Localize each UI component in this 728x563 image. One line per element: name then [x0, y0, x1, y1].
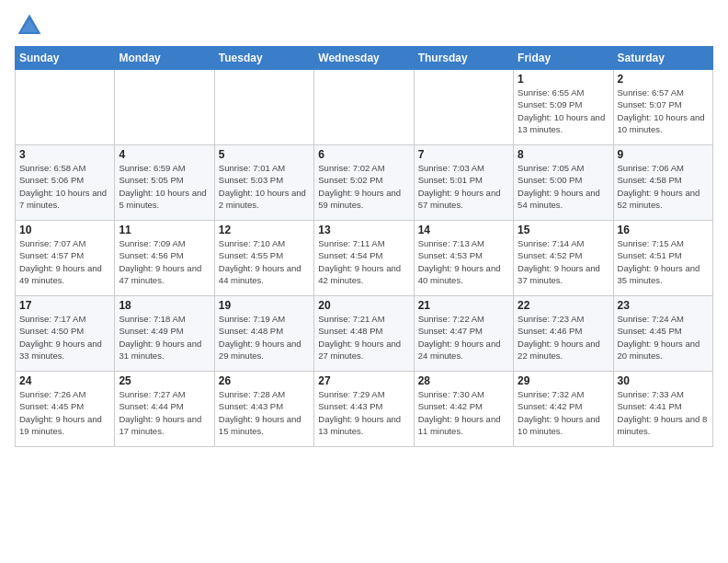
day-cell: 30Sunrise: 7:33 AM Sunset: 4:41 PM Dayli… [613, 372, 712, 447]
day-number: 9 [618, 148, 709, 161]
day-cell: 18Sunrise: 7:18 AM Sunset: 4:49 PM Dayli… [115, 296, 214, 372]
day-info: Sunrise: 7:23 AM Sunset: 4:46 PM Dayligh… [518, 313, 609, 362]
day-info: Sunrise: 7:18 AM Sunset: 4:49 PM Dayligh… [119, 313, 210, 362]
weekday-header-thursday: Thursday [414, 47, 513, 70]
day-number: 27 [318, 374, 409, 387]
day-number: 17 [19, 299, 110, 312]
day-number: 8 [518, 148, 609, 161]
day-info: Sunrise: 7:17 AM Sunset: 4:50 PM Dayligh… [19, 313, 110, 362]
day-number: 12 [219, 224, 310, 236]
day-cell: 20Sunrise: 7:21 AM Sunset: 4:48 PM Dayli… [314, 296, 414, 372]
day-info: Sunrise: 7:07 AM Sunset: 4:57 PM Dayligh… [19, 237, 110, 286]
day-number: 11 [119, 224, 210, 236]
day-cell [214, 70, 313, 145]
day-info: Sunrise: 7:21 AM Sunset: 4:48 PM Dayligh… [318, 313, 409, 362]
day-info: Sunrise: 6:58 AM Sunset: 5:06 PM Dayligh… [19, 162, 110, 211]
day-cell [414, 70, 513, 145]
day-cell: 22Sunrise: 7:23 AM Sunset: 4:46 PM Dayli… [514, 296, 613, 372]
week-row-4: 17Sunrise: 7:17 AM Sunset: 4:50 PM Dayli… [16, 296, 713, 372]
day-number: 23 [618, 299, 709, 312]
day-number: 19 [219, 299, 310, 312]
weekday-header-saturday: Saturday [613, 47, 712, 70]
day-cell: 25Sunrise: 7:27 AM Sunset: 4:44 PM Dayli… [115, 372, 214, 447]
day-cell: 28Sunrise: 7:30 AM Sunset: 4:42 PM Dayli… [414, 372, 513, 447]
day-cell: 13Sunrise: 7:11 AM Sunset: 4:54 PM Dayli… [314, 221, 414, 296]
day-number: 16 [618, 224, 709, 236]
day-info: Sunrise: 7:06 AM Sunset: 4:58 PM Dayligh… [618, 162, 709, 211]
day-number: 2 [618, 73, 709, 86]
calendar-header: SundayMondayTuesdayWednesdayThursdayFrid… [16, 47, 713, 70]
day-info: Sunrise: 6:59 AM Sunset: 5:05 PM Dayligh… [119, 162, 210, 211]
day-info: Sunrise: 7:26 AM Sunset: 4:45 PM Dayligh… [19, 388, 110, 437]
day-number: 18 [119, 299, 210, 312]
day-info: Sunrise: 7:15 AM Sunset: 4:51 PM Dayligh… [618, 237, 709, 286]
day-info: Sunrise: 7:19 AM Sunset: 4:48 PM Dayligh… [219, 313, 310, 362]
day-info: Sunrise: 7:14 AM Sunset: 4:52 PM Dayligh… [518, 237, 609, 286]
day-number: 6 [318, 148, 409, 161]
day-cell: 27Sunrise: 7:29 AM Sunset: 4:43 PM Dayli… [314, 372, 414, 447]
day-info: Sunrise: 7:02 AM Sunset: 5:02 PM Dayligh… [318, 162, 409, 211]
day-number: 22 [518, 299, 609, 312]
day-cell: 16Sunrise: 7:15 AM Sunset: 4:51 PM Dayli… [613, 221, 712, 296]
week-row-1: 1Sunrise: 6:55 AM Sunset: 5:09 PM Daylig… [16, 70, 713, 145]
day-number: 3 [19, 148, 110, 161]
day-info: Sunrise: 7:30 AM Sunset: 4:42 PM Dayligh… [418, 388, 509, 437]
calendar: SundayMondayTuesdayWednesdayThursdayFrid… [15, 46, 713, 447]
day-cell: 24Sunrise: 7:26 AM Sunset: 4:45 PM Dayli… [16, 372, 115, 447]
day-cell: 10Sunrise: 7:07 AM Sunset: 4:57 PM Dayli… [16, 221, 115, 296]
day-info: Sunrise: 6:55 AM Sunset: 5:09 PM Dayligh… [518, 86, 609, 135]
day-info: Sunrise: 7:22 AM Sunset: 4:47 PM Dayligh… [418, 313, 509, 362]
weekday-header-tuesday: Tuesday [214, 47, 313, 70]
day-info: Sunrise: 7:05 AM Sunset: 5:00 PM Dayligh… [518, 162, 609, 211]
day-info: Sunrise: 7:32 AM Sunset: 4:42 PM Dayligh… [518, 388, 609, 437]
day-info: Sunrise: 7:11 AM Sunset: 4:54 PM Dayligh… [318, 237, 409, 286]
day-cell: 7Sunrise: 7:03 AM Sunset: 5:01 PM Daylig… [414, 145, 513, 221]
day-cell [16, 70, 115, 145]
header [15, 11, 713, 40]
page: SundayMondayTuesdayWednesdayThursdayFrid… [0, 0, 728, 563]
logo [15, 11, 48, 40]
day-info: Sunrise: 7:03 AM Sunset: 5:01 PM Dayligh… [418, 162, 509, 211]
day-cell: 9Sunrise: 7:06 AM Sunset: 4:58 PM Daylig… [613, 145, 712, 221]
weekday-header-monday: Monday [115, 47, 214, 70]
day-cell [314, 70, 414, 145]
day-number: 10 [19, 224, 110, 236]
weekday-header-wednesday: Wednesday [314, 47, 414, 70]
week-row-5: 24Sunrise: 7:26 AM Sunset: 4:45 PM Dayli… [16, 372, 713, 447]
weekday-row: SundayMondayTuesdayWednesdayThursdayFrid… [16, 47, 713, 70]
day-info: Sunrise: 7:33 AM Sunset: 4:41 PM Dayligh… [618, 388, 709, 437]
day-info: Sunrise: 7:01 AM Sunset: 5:03 PM Dayligh… [219, 162, 310, 211]
day-info: Sunrise: 7:10 AM Sunset: 4:55 PM Dayligh… [219, 237, 310, 286]
day-cell [115, 70, 214, 145]
day-info: Sunrise: 7:09 AM Sunset: 4:56 PM Dayligh… [119, 237, 210, 286]
day-cell: 21Sunrise: 7:22 AM Sunset: 4:47 PM Dayli… [414, 296, 513, 372]
day-cell: 3Sunrise: 6:58 AM Sunset: 5:06 PM Daylig… [16, 145, 115, 221]
day-info: Sunrise: 7:29 AM Sunset: 4:43 PM Dayligh… [318, 388, 409, 437]
day-info: Sunrise: 7:24 AM Sunset: 4:45 PM Dayligh… [618, 313, 709, 362]
day-number: 4 [119, 148, 210, 161]
day-info: Sunrise: 7:28 AM Sunset: 4:43 PM Dayligh… [219, 388, 310, 437]
day-cell: 5Sunrise: 7:01 AM Sunset: 5:03 PM Daylig… [214, 145, 313, 221]
day-cell: 17Sunrise: 7:17 AM Sunset: 4:50 PM Dayli… [16, 296, 115, 372]
week-row-2: 3Sunrise: 6:58 AM Sunset: 5:06 PM Daylig… [16, 145, 713, 221]
day-number: 21 [418, 299, 509, 312]
day-cell: 29Sunrise: 7:32 AM Sunset: 4:42 PM Dayli… [514, 372, 613, 447]
day-info: Sunrise: 7:27 AM Sunset: 4:44 PM Dayligh… [119, 388, 210, 437]
day-cell: 15Sunrise: 7:14 AM Sunset: 4:52 PM Dayli… [514, 221, 613, 296]
day-number: 29 [518, 374, 609, 387]
logo-icon [15, 11, 44, 40]
day-number: 5 [219, 148, 310, 161]
week-row-3: 10Sunrise: 7:07 AM Sunset: 4:57 PM Dayli… [16, 221, 713, 296]
day-number: 28 [418, 374, 509, 387]
day-number: 14 [418, 224, 509, 236]
day-info: Sunrise: 7:13 AM Sunset: 4:53 PM Dayligh… [418, 237, 509, 286]
day-cell: 23Sunrise: 7:24 AM Sunset: 4:45 PM Dayli… [613, 296, 712, 372]
weekday-header-friday: Friday [514, 47, 613, 70]
day-number: 26 [219, 374, 310, 387]
day-number: 20 [318, 299, 409, 312]
day-cell: 8Sunrise: 7:05 AM Sunset: 5:00 PM Daylig… [514, 145, 613, 221]
day-cell: 4Sunrise: 6:59 AM Sunset: 5:05 PM Daylig… [115, 145, 214, 221]
day-cell: 19Sunrise: 7:19 AM Sunset: 4:48 PM Dayli… [214, 296, 313, 372]
day-cell: 6Sunrise: 7:02 AM Sunset: 5:02 PM Daylig… [314, 145, 414, 221]
day-number: 24 [19, 374, 110, 387]
